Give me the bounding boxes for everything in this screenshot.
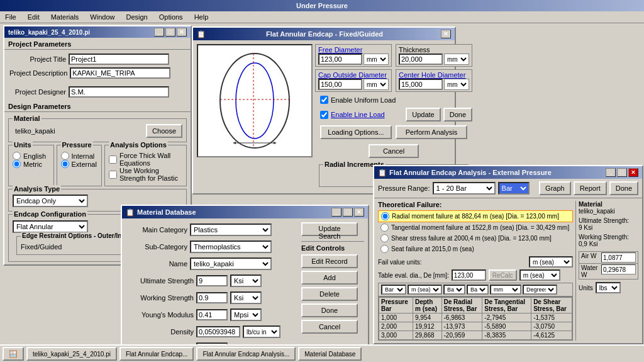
name-label: Name — [131, 260, 187, 268]
name-select[interactable]: teliko_kapaki — [190, 257, 272, 270]
recalc-button[interactable]: ReCalc — [489, 269, 517, 281]
taskbar-analysis[interactable]: Flat Annular Endcap Analysis... — [196, 347, 296, 361]
project-title-input[interactable] — [69, 54, 169, 65]
youngs-input[interactable] — [196, 309, 228, 320]
pressure-unit-select[interactable]: Bar — [498, 182, 530, 195]
ultimate-str-unit[interactable]: Ksi — [230, 274, 262, 287]
perform-analysis-button[interactable]: Perform Analysis — [396, 125, 467, 139]
table-eval-input[interactable] — [452, 269, 486, 281]
menu-edit[interactable]: Edit — [25, 13, 42, 21]
ultimate-str-input[interactable] — [196, 275, 228, 286]
failure-radio-3[interactable] — [380, 245, 389, 253]
material-minimize[interactable]: _ — [331, 208, 341, 217]
endcap-canvas — [197, 44, 313, 157]
force-thick-checkbox[interactable] — [109, 156, 117, 164]
start-button[interactable]: 🪟 — [3, 347, 24, 361]
failure-radio-2[interactable] — [380, 234, 389, 242]
loading-options-button[interactable]: Loading Options... — [320, 125, 392, 139]
menu-materials[interactable]: Materials — [48, 13, 82, 21]
done-button-flat[interactable]: Done — [443, 108, 472, 122]
choose-button[interactable]: Choose — [146, 124, 182, 138]
density-input[interactable] — [196, 326, 240, 337]
menu-window[interactable]: Window — [87, 13, 117, 21]
free-diameter-input[interactable] — [318, 54, 362, 65]
minimize-btn[interactable]: _ — [154, 28, 164, 37]
working-str-input[interactable] — [196, 292, 228, 303]
analysis-minimize[interactable]: _ — [606, 168, 616, 177]
done-button-material[interactable]: Done — [301, 303, 358, 317]
material-maximize[interactable]: □ — [343, 208, 353, 217]
enable-line-checkbox[interactable] — [320, 111, 328, 119]
analysis-close[interactable]: ✕ — [628, 168, 638, 177]
taskbar-flat-annular[interactable]: Flat Annular Endcap... — [119, 347, 194, 361]
col4-unit[interactable]: Bar — [467, 285, 489, 295]
failure-option-3: Seat failure at 2015,0 m (sea) — [391, 246, 474, 252]
update-search-button[interactable]: Update Search — [301, 222, 358, 236]
internal-radio[interactable] — [61, 152, 69, 160]
table-cell: 9,954 — [413, 314, 441, 322]
air-w-value[interactable] — [601, 252, 636, 263]
taskbar-main[interactable]: teliko_kapaki_25_4_2010.pi — [26, 347, 117, 361]
menu-design[interactable]: Design — [123, 13, 150, 21]
material-title-bar: 📋 Material Database _ □ ✕ — [122, 206, 368, 218]
youngs-unit[interactable]: Mpsi — [230, 308, 262, 321]
col6-unit[interactable]: Degrees — [523, 285, 557, 295]
theoretical-failure-label: Theoretical Failure: — [378, 201, 573, 208]
enable-uniform-checkbox[interactable] — [320, 96, 328, 104]
sub-category-select[interactable]: Thermoplastics — [190, 240, 272, 253]
failure-radio-0[interactable] — [381, 212, 389, 220]
maximize-btn[interactable]: □ — [165, 28, 175, 37]
density-unit[interactable]: lb/cu in — [243, 325, 280, 338]
menu-options[interactable]: Options — [157, 13, 186, 21]
col5-unit[interactable]: mm — [490, 285, 521, 295]
units-select-analysis[interactable]: lbs — [596, 282, 621, 293]
project-desc-input[interactable] — [70, 67, 170, 79]
update-button[interactable]: Update — [406, 108, 440, 122]
flat-annular-close[interactable]: ✕ — [441, 30, 451, 38]
metric-radio[interactable] — [13, 160, 21, 168]
youngs-label: Young's Modulus — [131, 311, 194, 319]
use-working-checkbox[interactable] — [109, 171, 117, 179]
add-button[interactable]: Add — [301, 271, 358, 285]
english-radio[interactable] — [13, 152, 21, 160]
main-category-select[interactable]: Plastics — [190, 223, 272, 236]
done-button-analysis[interactable]: Done — [609, 181, 638, 195]
ultimate-strength-label: Ultimate Strength: — [579, 217, 638, 224]
table-cell: -13,973 — [441, 322, 482, 331]
menu-help[interactable]: Help — [192, 13, 211, 21]
col2-unit[interactable]: m (sea) — [408, 285, 442, 295]
cap-outside-unit[interactable]: mm — [364, 79, 389, 90]
eval-unit-select[interactable]: m (sea) — [519, 269, 560, 281]
center-hole-unit[interactable]: mm — [444, 79, 469, 90]
fail-unit-select[interactable]: m (sea) — [529, 256, 573, 268]
taskbar-material[interactable]: Material Database — [298, 347, 362, 361]
cancel-button-flat[interactable]: Cancel — [369, 144, 419, 158]
graph-button[interactable]: Graph — [539, 181, 571, 195]
analysis-maximize[interactable]: □ — [617, 168, 627, 177]
endcap-config-select[interactable]: Flat Annular — [13, 220, 88, 233]
report-button[interactable]: Report — [574, 181, 607, 195]
free-diameter-unit[interactable]: mm — [364, 54, 389, 65]
center-hole-input[interactable] — [399, 79, 443, 90]
menu-file[interactable]: File — [3, 13, 19, 21]
analysis-type-select[interactable]: Endcap Only — [13, 195, 88, 207]
thickness-input[interactable] — [399, 54, 443, 65]
water-w-value[interactable] — [601, 264, 636, 274]
app-title-bar: Under Pressure — [0, 0, 644, 11]
edit-record-button[interactable]: Edit Record — [301, 254, 358, 268]
table-cell: -8,3835 — [482, 331, 531, 340]
pressure-range-select[interactable]: 1 - 20 Bar — [433, 182, 496, 195]
delete-button[interactable]: Delete — [301, 287, 358, 301]
external-radio[interactable] — [61, 160, 69, 168]
cap-outside-input[interactable] — [318, 79, 362, 90]
working-str-unit[interactable]: Ksi — [230, 291, 262, 304]
close-btn[interactable]: ✕ — [177, 28, 187, 37]
cancel-button-material[interactable]: Cancel — [301, 320, 358, 334]
failure-radio-1[interactable] — [380, 223, 389, 232]
col3-unit[interactable]: Bar — [443, 285, 465, 295]
col1-unit[interactable]: Bar — [381, 285, 406, 295]
material-close[interactable]: ✕ — [354, 208, 364, 217]
project-designer-input[interactable] — [69, 86, 169, 98]
metric-label: Metric — [23, 161, 42, 168]
thickness-unit[interactable]: mm — [444, 54, 469, 65]
